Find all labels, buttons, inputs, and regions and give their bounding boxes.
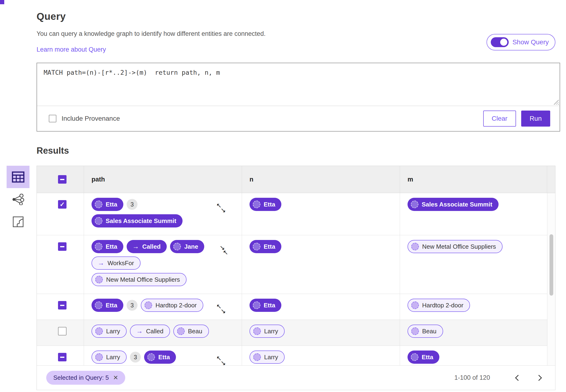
node-pill[interactable]: Etta — [250, 240, 281, 253]
pill-label: Sales Associate Summit — [106, 217, 176, 225]
page-title: Query — [37, 11, 555, 22]
node-pill[interactable]: Sales Associate Summit — [91, 214, 183, 227]
pill-label: New Metal Office Suppliers — [422, 243, 496, 250]
node-pill[interactable]: Etta — [91, 299, 123, 312]
pill-label: Jane — [184, 243, 198, 250]
pill-line: New Metal Office Suppliers — [408, 240, 547, 253]
scrollbar-track[interactable] — [547, 193, 555, 365]
pill-line: Larry — [250, 350, 400, 364]
table-row[interactable]: Etta→CalledJane→WorksForNew Metal Office… — [37, 235, 547, 294]
close-icon[interactable]: ✕ — [113, 374, 118, 381]
page-description: You can query a knowledge graph to ident… — [37, 30, 555, 38]
selected-in-query-chip[interactable]: Selected in Query: 5 ✕ — [46, 371, 125, 385]
row-checkbox-unchecked[interactable] — [58, 327, 67, 336]
node-pill[interactable]: Beau — [408, 325, 443, 338]
path-cell: Etta3Sales Associate Summit↖↘ — [84, 193, 242, 235]
row-checkbox-indeterminate[interactable] — [58, 301, 67, 309]
query-textarea[interactable]: MATCH path=(n)-[r*..2]->(m) return path,… — [37, 63, 560, 106]
node-pill[interactable]: Larry — [91, 350, 127, 364]
m-cell: Etta — [400, 346, 547, 365]
node-circle-icon — [147, 353, 155, 361]
node-pill[interactable]: New Metal Office Suppliers — [91, 273, 186, 286]
table-row[interactable]: Etta3Sales Associate Summit↖↘EttaSales A… — [37, 193, 547, 235]
count-badge: 3 — [130, 352, 141, 363]
pagination: 1-100 of 120 — [454, 374, 541, 381]
edge-pill[interactable]: →Called — [127, 240, 167, 253]
expand-row-icon[interactable]: ↖↘ — [216, 202, 227, 214]
toggle-knob — [499, 38, 508, 46]
node-circle-icon — [411, 353, 418, 361]
learn-more-link[interactable]: Learn more about Query — [37, 46, 106, 53]
node-pill[interactable]: Larry — [250, 350, 285, 364]
node-pill[interactable]: Hardtop 2-door — [408, 299, 470, 312]
pill-label: Called — [142, 243, 161, 250]
node-circle-icon — [144, 301, 152, 309]
graph-view-icon — [12, 194, 24, 205]
row-checkbox-indeterminate[interactable] — [58, 242, 67, 251]
node-circle-icon — [177, 327, 185, 335]
edge-pill[interactable]: →Called — [130, 325, 170, 338]
pill-label: Etta — [106, 302, 117, 309]
scrollbar-thumb[interactable] — [550, 234, 553, 295]
node-pill[interactable]: New Metal Office Suppliers — [408, 240, 503, 253]
node-pill[interactable]: Etta — [250, 198, 281, 211]
clear-button[interactable]: Clear — [483, 111, 516, 126]
pill-line: Etta — [250, 198, 400, 211]
run-button[interactable]: Run — [521, 111, 550, 126]
node-pill[interactable]: Etta — [91, 198, 123, 211]
node-pill[interactable]: Jane — [170, 240, 204, 253]
column-header-n[interactable]: n — [242, 166, 400, 193]
table-row[interactable]: Larry3Etta↖↘LarryEtta — [37, 346, 547, 365]
column-header-m[interactable]: m — [400, 166, 547, 193]
pill-line: Beau — [408, 325, 547, 338]
table-row[interactable]: Etta3Hardtop 2-door↖↘EttaHardtop 2-door — [37, 294, 547, 320]
node-circle-icon — [253, 353, 261, 361]
edge-pill[interactable]: →WorksFor — [91, 256, 141, 270]
node-pill[interactable]: Etta — [250, 299, 281, 312]
table-header-row: path n m — [37, 166, 555, 193]
table-row[interactable]: Larry→CalledBeauLarryBeau — [37, 320, 547, 346]
pill-label: Sales Associate Summit — [422, 201, 492, 208]
pill-line: Sales Associate Summit — [408, 198, 547, 211]
row-checkbox-cell — [37, 346, 84, 365]
node-pill[interactable]: Hardtop 2-door — [141, 299, 203, 312]
node-pill[interactable]: Etta — [91, 240, 123, 253]
n-cell: Etta — [242, 294, 400, 320]
arrow-right-icon: → — [134, 328, 143, 335]
arrow-diag-icon: ↘ — [221, 207, 226, 213]
row-checkbox-checked[interactable] — [58, 200, 67, 209]
path-cell: Etta3Hardtop 2-door↖↘ — [84, 294, 242, 320]
pill-label: Hardtop 2-door — [156, 302, 197, 309]
toggle-on-icon[interactable] — [491, 37, 509, 47]
node-pill[interactable]: Etta — [144, 350, 176, 364]
path-cell: Larry→CalledBeau — [84, 320, 242, 346]
chevron-left-icon[interactable] — [515, 375, 521, 381]
node-pill[interactable]: Etta — [408, 350, 439, 364]
node-pill[interactable]: Larry — [91, 325, 127, 338]
query-page: Query You can query a knowledge graph to… — [0, 0, 566, 390]
expand-row-icon[interactable]: ↖↘ — [216, 355, 227, 365]
graph-view-button[interactable] — [7, 188, 29, 210]
node-circle-icon — [95, 243, 102, 250]
column-header-path[interactable]: path — [84, 166, 242, 193]
select-all-checkbox[interactable] — [58, 175, 67, 184]
chip-label: Selected in Query: 5 — [53, 374, 109, 381]
node-pill[interactable]: Larry — [250, 325, 285, 338]
show-query-toggle[interactable]: Show Query — [486, 34, 555, 50]
row-checkbox-indeterminate[interactable] — [58, 353, 67, 361]
node-pill[interactable]: Sales Associate Summit — [408, 198, 498, 211]
table-view-button[interactable] — [7, 166, 29, 188]
pill-line: Etta — [250, 299, 400, 312]
collapse-row-icon[interactable]: ↘↖ — [216, 245, 227, 256]
pill-line: New Metal Office Suppliers — [91, 273, 242, 286]
chevron-right-icon[interactable] — [536, 375, 542, 381]
header-scroll-gutter — [547, 166, 555, 193]
pill-label: New Metal Office Suppliers — [106, 276, 180, 283]
expand-row-icon[interactable]: ↖↘ — [216, 303, 227, 315]
checkbox-unchecked-icon[interactable] — [49, 115, 56, 122]
include-provenance-checkbox[interactable]: Include Provenance — [49, 115, 120, 122]
arrow-right-icon: → — [95, 260, 104, 266]
map-view-button[interactable] — [7, 210, 29, 233]
node-circle-icon — [253, 301, 260, 309]
node-pill[interactable]: Beau — [173, 325, 209, 338]
